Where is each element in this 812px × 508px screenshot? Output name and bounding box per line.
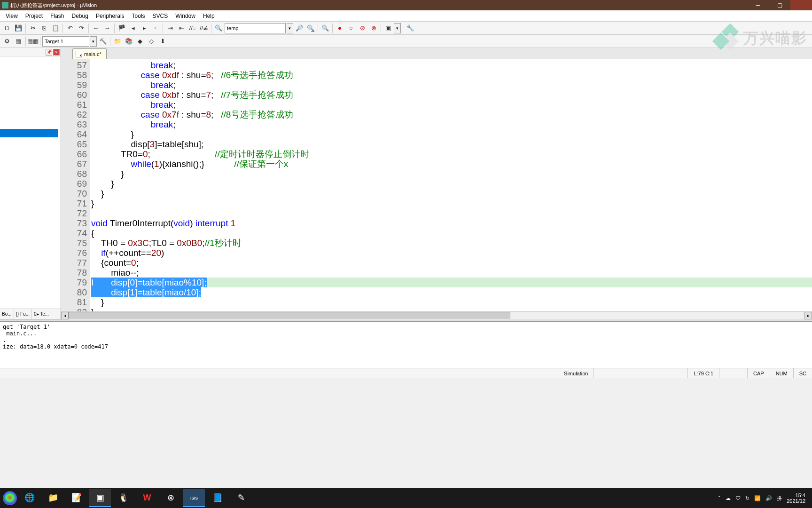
project-tab-functions[interactable]: {} Fu... (14, 309, 32, 319)
editor-pane: main.c* 57585960616263646566676869707172… (61, 48, 812, 319)
menu-debug[interactable]: Debug (68, 11, 92, 21)
uncomment-icon[interactable]: //≢ (199, 23, 209, 33)
tray-onedrive-icon[interactable]: ☁ (726, 495, 731, 501)
status-position: L:79 C:1 (687, 368, 719, 378)
bookmark-prev-icon[interactable]: ◂ (128, 23, 138, 33)
config-icon[interactable]: 🔧 (405, 23, 415, 33)
watermark-logo-icon (706, 19, 746, 59)
target-combo[interactable]: Target 1 (42, 36, 89, 47)
menubar: View Project Flash Debug Peripherals Too… (0, 10, 812, 22)
download-icon[interactable]: ⬇ (157, 36, 168, 47)
scroll-left-icon[interactable]: ◂ (61, 312, 69, 319)
outdent-icon[interactable]: ⇤ (176, 23, 187, 33)
books-icon[interactable]: 📚 (124, 36, 134, 47)
bookmark-clear-icon[interactable]: ◦ (150, 23, 161, 33)
project-tab-templates[interactable]: 0▸ Te... (32, 309, 51, 319)
breakpoint-kill-icon[interactable]: ⊘ (357, 23, 367, 33)
pack-icon[interactable]: ◇ (146, 36, 156, 47)
build-icon[interactable]: ▦ (13, 36, 23, 47)
tray-shield-icon[interactable]: 🛡 (735, 495, 741, 501)
line-gutter: 5758596061626364656667686970717273747576… (61, 59, 90, 311)
debug-icon[interactable]: 🔍 (320, 23, 330, 33)
manage-rte-icon[interactable]: ◆ (135, 36, 145, 47)
rebuild-icon[interactable]: ▦▦ (28, 36, 38, 47)
tray-ime[interactable]: 拼 (777, 495, 782, 502)
window-title: 机\八路抢答器\project.uvproj - µVision (10, 2, 97, 9)
find-files-icon[interactable]: 🔎 (294, 23, 304, 33)
file-tab-label: main.c* (84, 51, 102, 57)
taskbar-app3-icon[interactable]: 📘 (207, 489, 228, 507)
window-icon[interactable]: ▣ (383, 23, 393, 33)
find-dropdown-icon[interactable]: ▾ (287, 23, 293, 33)
new-icon[interactable]: 🗋 (2, 23, 12, 33)
maximize-button[interactable]: ▢ (769, 0, 790, 10)
scroll-right-icon[interactable]: ▸ (804, 312, 812, 319)
minimize-button[interactable]: ─ (747, 0, 769, 10)
options-icon[interactable]: 🔨 (98, 36, 108, 47)
menu-project[interactable]: Project (22, 11, 47, 21)
breakpoint-disable-icon[interactable]: ○ (346, 23, 356, 33)
menu-help[interactable]: Help (199, 11, 219, 21)
toolbar-main: 🗋 💾 ✂ ⎘ 📋 ↶ ↷ ← → 🏴 ◂ ▸ ◦ ⇥ ⇤ //≡ //≢ 🔍 … (0, 22, 812, 35)
status-scr: SC (793, 368, 812, 378)
comment-icon[interactable]: //≡ (187, 23, 198, 33)
copy-icon[interactable]: ⎘ (39, 23, 49, 33)
status-spacer (593, 368, 687, 378)
taskbar-isis-icon[interactable]: isis (183, 489, 205, 507)
window-dropdown-icon[interactable]: ▾ (394, 23, 401, 33)
toolbar-build: ⚙ ▦ ▦▦ Target 1 ▾ 🔨 📁 📚 ◆ ◇ ⬇ (0, 35, 812, 48)
status-spacer2 (719, 368, 747, 378)
menu-svcs[interactable]: SVCS (149, 11, 172, 21)
taskbar-edge-icon[interactable]: 🌐 (19, 489, 40, 507)
menu-flash[interactable]: Flash (47, 11, 68, 21)
breakpoint-killall-icon[interactable]: ⊗ (368, 23, 379, 33)
menu-window[interactable]: Window (172, 11, 199, 21)
autohide-icon[interactable]: 📌 (46, 49, 52, 56)
taskbar-start-icon[interactable] (3, 491, 17, 505)
code-editor[interactable]: 5758596061626364656667686970717273747576… (61, 59, 812, 311)
horizontal-scrollbar[interactable]: ◂ ▸ (61, 311, 812, 319)
app-icon (2, 2, 8, 8)
tab-main-c[interactable]: main.c* (72, 48, 107, 59)
cut-icon[interactable]: ✂ (28, 23, 38, 33)
indent-icon[interactable]: ⇥ (165, 23, 175, 33)
close-button[interactable] (790, 0, 812, 10)
taskbar-wps-icon[interactable]: W (136, 489, 158, 507)
tray-date: 2021/12 (787, 498, 805, 504)
find-combo[interactable]: temp (225, 23, 286, 33)
project-tab-books[interactable]: Bo... (0, 309, 14, 319)
taskbar-app4-icon[interactable]: ✎ (230, 489, 252, 507)
statusbar: Simulation L:79 C:1 CAP NUM SC (0, 368, 812, 378)
forward-icon[interactable]: → (102, 23, 112, 33)
redo-icon[interactable]: ↷ (76, 23, 86, 33)
code-body[interactable]: break; case 0xdf : shu=6; //6号选手抢答成功 bre… (90, 59, 812, 311)
find-icon[interactable]: 🔍 (213, 23, 224, 33)
translate-icon[interactable]: ⚙ (2, 36, 12, 47)
save-icon[interactable]: 💾 (13, 23, 23, 33)
project-tree-selection[interactable] (0, 129, 58, 137)
bookmark-next-icon[interactable]: ▸ (139, 23, 149, 33)
build-output[interactable]: get 'Target 1' main.c... . ize: data=18.… (0, 322, 812, 368)
taskbar-explorer-icon[interactable]: 📁 (42, 489, 64, 507)
tray-volume-icon[interactable]: 🔊 (765, 495, 772, 501)
tray-wifi-icon[interactable]: 📶 (754, 495, 761, 501)
back-icon[interactable]: ← (91, 23, 101, 33)
bookmark-icon[interactable]: 🏴 (117, 23, 127, 33)
target-dropdown-icon[interactable]: ▾ (90, 36, 97, 47)
menu-tools[interactable]: Tools (128, 11, 149, 21)
incremental-find-icon[interactable]: 🔍̲ (305, 23, 316, 33)
taskbar-app1-icon[interactable]: 📝 (66, 489, 87, 507)
tray-sync-icon[interactable]: ↻ (745, 495, 750, 501)
taskbar-app2-icon[interactable]: ⊗ (160, 489, 181, 507)
manage-icon[interactable]: 📁 (112, 36, 123, 47)
menu-peripherals[interactable]: Peripherals (92, 11, 128, 21)
close-pane-icon[interactable]: × (53, 49, 60, 56)
paste-icon[interactable]: 📋 (50, 23, 61, 33)
tray-up-icon[interactable]: ˄ (718, 495, 721, 501)
menu-view[interactable]: View (2, 11, 22, 21)
taskbar-qq-icon[interactable]: 🐧 (113, 489, 134, 507)
undo-icon[interactable]: ↶ (65, 23, 75, 33)
scroll-thumb[interactable] (69, 312, 510, 318)
taskbar-keil-icon[interactable]: ▣ (89, 489, 111, 507)
breakpoint-icon[interactable]: ● (335, 23, 345, 33)
